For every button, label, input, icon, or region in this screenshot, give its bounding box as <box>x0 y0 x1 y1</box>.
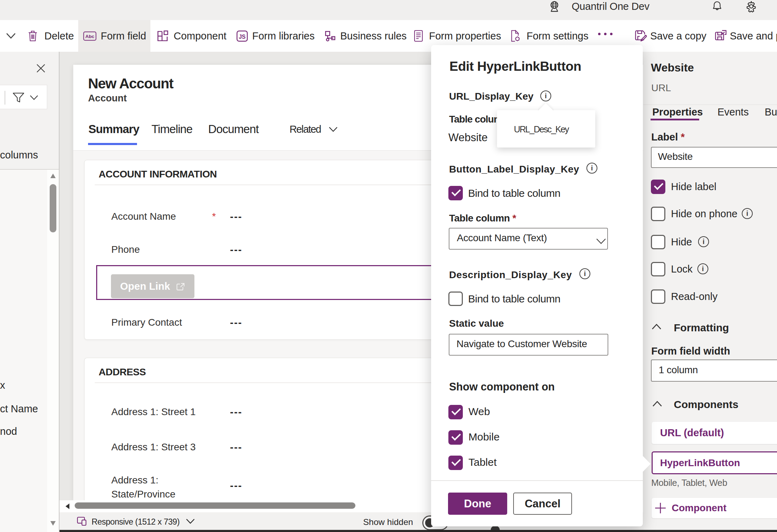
svg-text:Abc: Abc <box>85 34 94 39</box>
svg-text:JS: JS <box>239 33 246 39</box>
